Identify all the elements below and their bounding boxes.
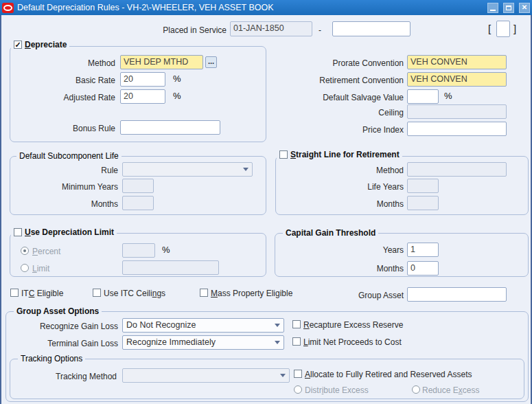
checkmark-icon: ✓ [14, 41, 21, 49]
group-asset-options-title: Group Asset Options [14, 306, 102, 316]
life-years-field[interactable] [407, 179, 439, 193]
allocate-fully-retired-label: Allocate to Fully Retired and Reserved A… [305, 370, 472, 379]
reduce-label-post: cess [463, 385, 480, 395]
itc-label-pre: IT [21, 289, 29, 298]
limit-radio-label: Limit [32, 264, 49, 273]
cg-years-field[interactable]: 1 [407, 243, 439, 257]
chevron-down-icon [275, 341, 280, 344]
mass-property-label: Mass Property Eligible [211, 289, 292, 298]
placed-in-service-to-field[interactable] [332, 21, 410, 36]
method-field[interactable]: VEH DEP MTHD [120, 55, 203, 69]
recognize-gain-loss-dropdown[interactable]: Do Not Recognize [122, 318, 284, 333]
adjusted-rate-field[interactable]: 20 [120, 89, 165, 104]
basic-rate-field[interactable]: 20 [120, 72, 165, 87]
mass-property-checkbox[interactable] [200, 289, 208, 297]
limit-radio[interactable] [21, 264, 29, 272]
terminal-gain-loss-dropdown[interactable]: Recognize Immediately [122, 335, 284, 350]
recapture-excess-reserve-checkbox[interactable] [292, 320, 301, 328]
mass-label-post: ass Property Eligible [218, 289, 292, 298]
recognize-gain-loss-label: Recognize Gain Loss [16, 322, 118, 331]
limit-label-key: L [32, 264, 37, 273]
basic-rate-percent-sign: % [173, 74, 181, 84]
ceilings-label-pre: Use ITC Ceili [104, 289, 152, 298]
price-index-label: Price Index [273, 125, 404, 135]
depreciate-label-key: D [25, 40, 31, 49]
recapture-label-key: R [303, 320, 310, 330]
chevron-down-icon [280, 374, 286, 377]
mass-label-key: M [211, 289, 218, 298]
percent-radio[interactable] [21, 247, 29, 255]
life-years-label: Life Years [280, 182, 404, 192]
dep-limit-percent-sign: % [162, 245, 170, 255]
cg-months-field[interactable]: 0 [407, 261, 439, 276]
reduce-label-pre: Reduce E [422, 385, 459, 395]
itc-eligible-checkbox[interactable] [10, 289, 19, 297]
maximize-button[interactable] [503, 3, 514, 13]
reduce-excess-radio[interactable] [412, 385, 420, 394]
adjusted-rate-label: Adjusted Rate [14, 93, 115, 102]
window-left-edge [0, 15, 1, 404]
depreciate-label-rest: epreciate [31, 40, 67, 49]
ceiling-field[interactable] [407, 104, 507, 119]
percent-radio-label: Percent [32, 247, 60, 256]
method-label: Method [14, 58, 115, 68]
placed-in-service-from-field[interactable]: 01-JAN-1850 [230, 21, 312, 36]
straight-line-label-rest: traight Line for Retirement [296, 150, 400, 159]
rule-label: Rule [14, 166, 118, 175]
default-salvage-value-field[interactable] [407, 89, 439, 104]
record-indicator-box[interactable] [496, 21, 510, 37]
price-index-field[interactable] [407, 122, 507, 136]
straight-line-label-key: S [290, 150, 296, 159]
recognize-gain-loss-value: Do Not Recognize [126, 320, 196, 330]
distribute-excess-radio[interactable] [294, 385, 302, 394]
bonus-rule-field[interactable] [120, 120, 220, 135]
sl-months-field[interactable] [407, 196, 439, 210]
minimum-years-field[interactable] [122, 179, 154, 193]
method-lov-button[interactable]: ... [205, 56, 217, 68]
basic-rate-label: Basic Rate [14, 76, 115, 85]
percent-label-key: P [32, 247, 38, 256]
minimum-years-label: Minimum Years [14, 182, 118, 192]
straight-line-legend: Straight Line for Retirement [277, 150, 402, 159]
close-icon: ✕ [522, 4, 527, 11]
close-button[interactable]: ✕ [519, 3, 530, 13]
prorate-convention-label: Prorate Convention [273, 58, 404, 68]
retirement-convention-label: Retirement Convention [273, 76, 404, 85]
itc-label-post: Eligible [34, 289, 63, 298]
use-depreciation-limit-label: Use Depreciation Limit [25, 227, 114, 237]
limit-net-proceeds-checkbox[interactable] [292, 337, 301, 346]
bonus-rule-label: Bonus Rule [14, 124, 115, 133]
tracking-method-dropdown[interactable] [122, 368, 290, 383]
allocate-label-key: A [305, 370, 310, 379]
group-asset-field[interactable] [407, 287, 507, 302]
chevron-down-icon [243, 168, 248, 171]
percent-limit-field[interactable] [122, 243, 155, 258]
use-itc-ceilings-checkbox[interactable] [93, 289, 101, 297]
distribute-label-post: bute Excess [323, 385, 368, 395]
dep-limit-label-key: U [25, 227, 31, 237]
capital-gain-title: Capital Gain Threshold [283, 228, 378, 238]
limit-net-label-key: L [303, 337, 308, 347]
sl-method-field[interactable] [407, 162, 507, 177]
allocate-fully-retired-checkbox[interactable] [294, 370, 302, 378]
dep-limit-label-rest: se Depreciation Limit [31, 227, 114, 237]
straight-line-checkbox[interactable] [279, 150, 288, 159]
maximize-icon [506, 5, 511, 10]
depreciate-checkbox[interactable]: ✓ [14, 41, 22, 49]
ceilings-label-post: gs [157, 289, 165, 298]
limit-label-rest: imit [37, 264, 50, 273]
sl-method-label: Method [280, 166, 404, 175]
itc-eligible-label: ITC Eligible [21, 289, 63, 298]
retirement-convention-field[interactable]: VEH CONVEN [407, 72, 507, 87]
terminal-gain-loss-label: Terminal Gain Loss [16, 339, 118, 348]
sl-months-label: Months [280, 199, 404, 209]
prorate-convention-field[interactable]: VEH CONVEN [407, 55, 507, 69]
use-depreciation-limit-checkbox[interactable] [14, 228, 22, 236]
subcomponent-months-field[interactable] [122, 196, 154, 210]
tracking-options-title: Tracking Options [18, 354, 85, 363]
subcomponent-months-label: Months [14, 199, 118, 209]
minimize-button[interactable] [487, 3, 498, 13]
rule-dropdown[interactable] [122, 162, 253, 177]
limit-amount-field[interactable] [122, 260, 219, 275]
coordination-bracket-open: [ [488, 23, 491, 35]
